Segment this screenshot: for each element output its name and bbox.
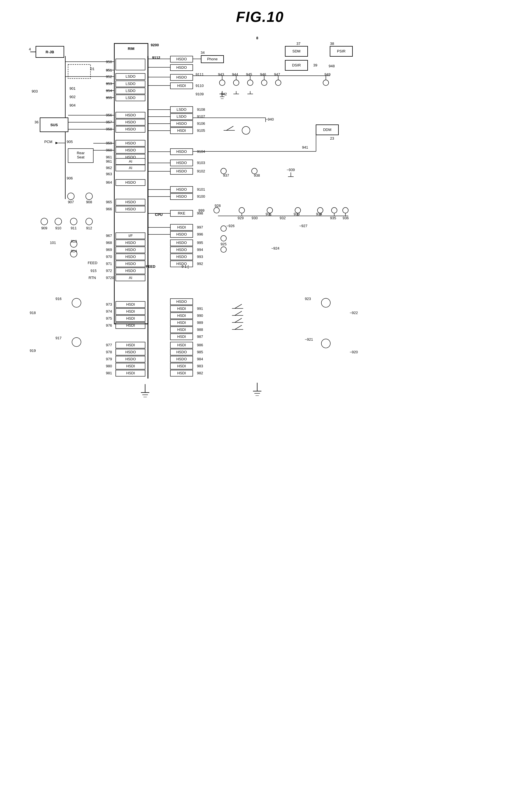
svg-text:994: 994 <box>197 248 203 252</box>
svg-text:941: 941 <box>302 145 308 149</box>
svg-text:986: 986 <box>197 343 203 347</box>
svg-point-100 <box>70 218 77 225</box>
svg-text:992: 992 <box>197 262 203 266</box>
svg-text:HSDO: HSDO <box>125 113 136 117</box>
svg-text:980: 980 <box>106 364 112 368</box>
svg-text:917: 917 <box>55 336 62 340</box>
svg-text:R-JB: R-JB <box>46 50 54 54</box>
svg-text:LSDO: LSDO <box>177 107 186 112</box>
svg-text:HSDO: HSDO <box>176 357 187 361</box>
svg-text:9110: 9110 <box>196 83 204 88</box>
svg-text:HSDO: HSDO <box>176 65 187 70</box>
svg-text:973: 973 <box>106 302 112 306</box>
svg-text:963: 963 <box>106 172 112 176</box>
svg-text:SUS: SUS <box>50 123 58 127</box>
svg-text:964: 964 <box>106 180 112 184</box>
svg-text:HSDO: HSDO <box>125 241 136 245</box>
svg-text:HSDO: HSDO <box>125 357 136 361</box>
svg-text:902: 902 <box>70 95 76 99</box>
svg-rect-11 <box>116 59 145 70</box>
svg-text:Rear: Rear <box>77 151 85 155</box>
svg-text:HSDO: HSDO <box>125 127 136 131</box>
svg-text:9720: 9720 <box>106 276 114 280</box>
svg-text:LSDO: LSDO <box>126 96 135 100</box>
svg-text:932: 932 <box>280 216 286 220</box>
svg-text:~927: ~927 <box>299 224 307 228</box>
svg-text:966: 966 <box>106 207 112 211</box>
svg-text:978: 978 <box>106 350 112 354</box>
page-container: FIG.10 8 R-JB 4 RIM 9200 I/F <box>0 0 520 812</box>
svg-text:9108: 9108 <box>197 107 205 112</box>
svg-text:HSDO: HSDO <box>176 57 187 61</box>
svg-text:HSDI: HSDI <box>177 128 186 132</box>
svg-text:981: 981 <box>106 371 112 375</box>
svg-text:961: 961 <box>106 155 112 159</box>
svg-text:918: 918 <box>30 311 36 315</box>
svg-text:936: 936 <box>343 216 349 220</box>
svg-text:HSDO: HSDO <box>176 299 187 304</box>
svg-text:38: 38 <box>330 42 334 46</box>
svg-text:9200: 9200 <box>151 43 159 47</box>
svg-rect-0 <box>22 31 498 802</box>
svg-text:HSDO: HSDO <box>176 149 187 154</box>
svg-text:~940: ~940 <box>266 117 274 121</box>
svg-text:910: 910 <box>55 226 61 230</box>
svg-text:938: 938 <box>254 173 260 177</box>
svg-text:HSDI: HSDI <box>126 309 135 314</box>
svg-text:925: 925 <box>220 242 227 246</box>
svg-text:LSDO: LSDO <box>126 81 135 86</box>
svg-text:~924: ~924 <box>271 246 279 250</box>
svg-text:HSDI: HSDI <box>177 335 186 339</box>
svg-text:37: 37 <box>296 42 300 46</box>
svg-text:991: 991 <box>197 306 203 311</box>
svg-text:987: 987 <box>197 335 203 339</box>
svg-text:I/F: I/F <box>128 233 132 238</box>
svg-point-85 <box>68 193 74 200</box>
svg-text:970: 970 <box>106 254 112 259</box>
svg-text:HSDO: HSDO <box>125 141 136 145</box>
svg-point-134 <box>72 298 81 307</box>
diagram-wrapper: 8 R-JB 4 RIM 9200 I/F PS 950 <box>22 31 498 802</box>
svg-point-96 <box>41 218 48 225</box>
svg-text:984: 984 <box>197 357 203 361</box>
svg-text:998: 998 <box>197 211 203 215</box>
svg-text:914: 914 <box>71 249 77 253</box>
svg-text:HSDO: HSDO <box>176 161 187 165</box>
svg-text:919: 919 <box>30 348 36 353</box>
svg-text:905: 905 <box>67 140 73 144</box>
svg-text:HSDO: HSDO <box>176 194 187 198</box>
svg-text:HSDI: HSDI <box>126 364 135 368</box>
svg-text:979: 979 <box>106 357 112 361</box>
svg-text:Phone: Phone <box>207 57 218 61</box>
svg-text:HSDI: HSDI <box>177 327 186 332</box>
svg-point-231 <box>242 126 250 134</box>
svg-text:903: 903 <box>32 89 38 93</box>
svg-text:9 1 [: 9 1 [ <box>182 264 189 269</box>
svg-text:969: 969 <box>106 248 112 252</box>
svg-text:972: 972 <box>106 269 112 273</box>
svg-text:PSIR: PSIR <box>337 49 345 53</box>
svg-text:993: 993 <box>197 254 203 259</box>
svg-text:DSIR: DSIR <box>292 63 301 67</box>
svg-text:~939: ~939 <box>287 168 295 172</box>
svg-text:901: 901 <box>70 87 76 91</box>
svg-text:HSDI: HSDI <box>126 371 135 375</box>
svg-text:988: 988 <box>197 327 203 332</box>
svg-point-274 <box>343 207 348 213</box>
svg-point-205 <box>233 80 239 85</box>
svg-text:HSDI: HSDI <box>177 314 186 318</box>
svg-point-209 <box>323 80 329 85</box>
svg-point-207 <box>261 80 267 85</box>
svg-text:913: 913 <box>71 239 77 243</box>
svg-point-206 <box>248 80 253 85</box>
svg-point-98 <box>55 218 62 225</box>
svg-text:907: 907 <box>68 200 74 204</box>
svg-point-208 <box>276 80 281 85</box>
svg-text:948: 948 <box>329 64 335 68</box>
svg-text:34: 34 <box>201 50 205 55</box>
svg-text:937: 937 <box>223 173 229 177</box>
svg-text:HSDO: HSDO <box>125 200 136 204</box>
svg-text:983: 983 <box>197 364 203 368</box>
svg-text:AI: AI <box>129 166 132 170</box>
svg-text:HSDI: HSDI <box>177 371 186 375</box>
